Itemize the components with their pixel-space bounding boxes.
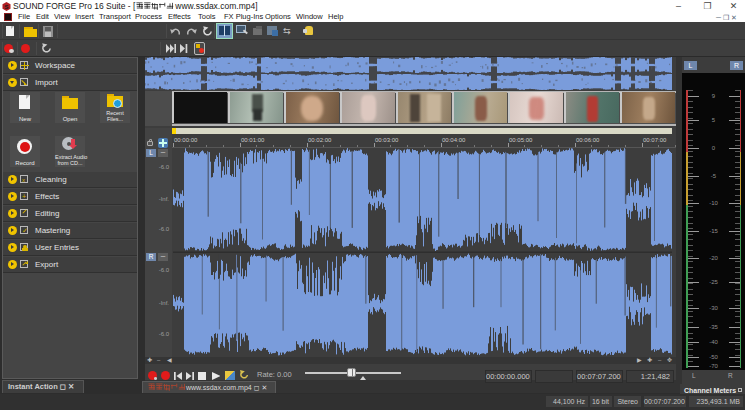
svg-text:S: S [4, 4, 8, 10]
